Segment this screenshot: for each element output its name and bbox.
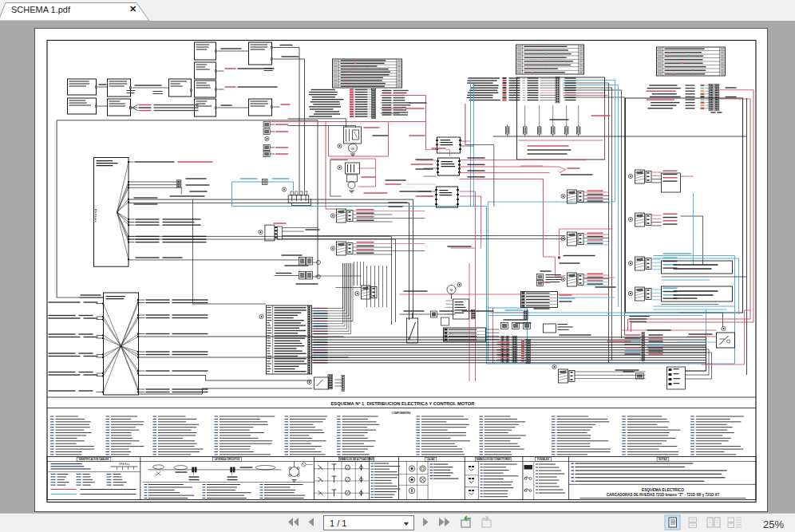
svg-text:M: M — [450, 288, 453, 292]
svg-text:28F A RsLg: 28F A RsLg — [119, 463, 130, 466]
svg-text:CARGADORAS DE RUEDAS 721D braz: CARGADORAS DE RUEDAS 721D brazos "Z" - 7… — [607, 493, 720, 497]
svg-text:SIMBOLOS DE CONECTORES: SIMBOLOS DE CONECTORES — [476, 458, 510, 461]
svg-text:IDENTIFICACION CABLES: IDENTIFICACION CABLES — [79, 458, 109, 461]
svg-text:SIMBOLOS DE ACTUADORES: SIMBOLOS DE ACTUADORES — [339, 458, 374, 461]
svg-text:LEYENDA CIRCUITOS: LEYENDA CIRCUITOS — [215, 458, 240, 461]
svg-text:COMPONENTES: COMPONENTES — [392, 412, 411, 415]
svg-text:CAJAS: CAJAS — [426, 458, 434, 461]
svg-text:M: M — [351, 147, 354, 151]
svg-text:ESQUEMA Nº 1 DISTRIBUCION ELE: ESQUEMA Nº 1 DISTRIBUCION ELECTRICA Y CO… — [330, 401, 475, 406]
svg-text:ESQUEMA ELECTRICO: ESQUEMA ELECTRICO — [642, 488, 684, 492]
svg-text:FUSIBLES: FUSIBLES — [537, 458, 549, 461]
svg-text:NOTAS: NOTAS — [659, 458, 666, 461]
